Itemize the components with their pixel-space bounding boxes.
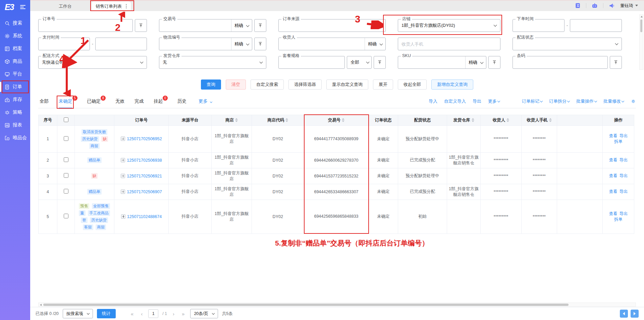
status-tab-unconfirmed[interactable]: 未确定 5 4 [59,98,72,108]
sidebar-item-strategy[interactable]: 策略 [0,106,30,119]
logistics-no-upload-button[interactable] [254,38,266,50]
trade-no-field[interactable]: 交易号 精确 [159,19,252,32]
more-link[interactable]: 更多 [488,98,500,104]
tab-workbench[interactable]: 工作台 [48,1,83,11]
status-tab-suspended[interactable]: 挂起 0 [154,98,163,108]
package-spec-match-select[interactable]: 全部 [347,56,372,69]
sidebar-item-platform[interactable]: 平台 [0,68,30,81]
sidebar-item-product[interactable]: 商品 [0,55,30,68]
col-trade-no[interactable]: 交易号 [304,115,369,125]
sidebar-item-archive[interactable]: 档案 [0,42,30,55]
sku-field[interactable]: SKU 精确 [398,56,486,69]
show-custom-query-button[interactable]: 显示自定义查询 [326,79,368,90]
collapse-all-button[interactable]: 收起全部 [398,79,427,90]
import-link[interactable]: 导入 [429,98,437,104]
sidebar-item-report[interactable]: 报表 [0,119,30,131]
view-link[interactable]: 查看 [609,158,618,162]
clear-button[interactable]: 清空 [226,79,246,90]
query-button[interactable]: 查询 [201,79,221,90]
expand-button[interactable]: 展开 [373,79,393,90]
scroll-left-button[interactable] [620,310,628,318]
barcode-upload-button[interactable] [610,56,622,69]
order-no-link[interactable]: 125071702506938 [127,158,162,163]
expand-row-icon[interactable] [121,158,125,162]
col-shop[interactable]: 商店 [212,115,252,125]
sku-upload-button[interactable] [488,56,500,69]
page-number-input[interactable]: 1 [148,309,158,318]
receiver-match-select[interactable]: 精确 [365,38,385,50]
logistics-no-match-select[interactable]: 精确 [231,38,252,50]
view-link[interactable]: 查看 [609,173,618,178]
sort-icon[interactable] [472,118,474,122]
sort-icon[interactable] [285,118,288,122]
order-time-from-field[interactable]: 下单时间 [513,19,565,32]
order-time-to-field[interactable] [570,19,622,32]
package-spec-upload-button[interactable] [374,56,386,69]
announcement-icon[interactable] [608,2,615,9]
vertical-scrollbar[interactable] [639,14,643,70]
add-custom-query-button[interactable]: 新增自定义查询 [431,79,473,90]
pay-time-to-field[interactable] [95,38,147,50]
order-mark-link[interactable]: 订单标记 [522,98,542,104]
last-page-button[interactable]: » [180,311,186,317]
row-checkbox[interactable] [64,214,68,218]
sidebar-item-inventory[interactable]: 库存 [0,93,30,106]
package-spec-field[interactable]: 套餐规格 [278,56,345,69]
export-link[interactable]: 导出 [620,158,628,162]
order-no-link[interactable]: 125071702506921 [127,174,162,178]
export-link[interactable]: 导出 [473,98,481,104]
sidebar-item-search[interactable]: 搜索 [0,17,30,30]
export-link[interactable]: 导出 [620,189,628,194]
robot-assistant-icon[interactable] [591,2,598,9]
sidebar-item-system[interactable]: 系统 [0,30,30,42]
collapse-menu-icon[interactable] [20,5,25,9]
order-split-link[interactable]: 订单拆分 [549,98,570,104]
view-link[interactable]: 查看 [609,134,618,138]
status-tab-history[interactable]: 历史 [177,98,186,108]
order-no-link[interactable]: 125071102488674 [127,214,162,219]
status-tab-all[interactable]: 全部 [40,98,49,108]
receiver-phone-input[interactable] [398,38,500,50]
expand-row-icon[interactable] [121,190,125,194]
split-link[interactable]: 拆单 [614,139,623,144]
split-link[interactable]: 拆单 [614,217,623,222]
custom-import-link[interactable]: 自定义导入 [444,98,466,104]
notes-icon[interactable] [574,2,581,9]
expand-row-icon[interactable] [121,214,125,219]
receiver-field[interactable]: 收货人 精确 [278,38,386,50]
scroll-right-button[interactable] [631,310,639,318]
order-no-upload-button[interactable] [135,19,147,32]
status-tab-more[interactable]: 更多 [199,98,212,108]
sort-icon[interactable] [549,118,552,122]
barcode-field[interactable]: 条码 [513,56,608,69]
status-tab-invalid[interactable]: 无效 [115,98,124,108]
row-checkbox[interactable] [64,173,68,178]
user-menu[interactable]: 董钰琦 [620,3,638,9]
horizontal-scrollbar[interactable] [38,303,636,307]
sort-icon[interactable] [506,118,509,122]
trade-no-upload-button[interactable] [254,19,266,32]
statistics-button[interactable]: 统计 [97,309,116,318]
sort-icon[interactable] [342,118,344,122]
row-checkbox[interactable] [64,136,68,141]
view-link[interactable]: 查看 [609,189,618,194]
col-phone[interactable]: 收货人手机 [522,115,557,125]
order-no-link[interactable]: 125071702506907 [127,190,162,194]
page-size-select[interactable]: 20条/页 [190,309,218,318]
tab-menu-dots-icon[interactable] [126,4,127,8]
export-link[interactable]: 导出 [620,173,628,178]
logistics-no-field[interactable]: 物流编号 精确 [159,38,252,50]
delivery-method-select[interactable]: 配送方式 无快递公司 [38,56,147,69]
batch-edit-link[interactable]: 批量修改 [603,98,624,104]
column-settings-gear-icon[interactable] [631,99,636,104]
row-checkbox[interactable] [64,189,68,194]
col-shop-code[interactable]: 商店代码 [252,115,304,125]
sort-icon[interactable] [235,118,238,122]
view-link[interactable]: 查看 [609,211,618,216]
col-warehouse[interactable]: 发货仓库 [447,115,481,125]
row-checkbox[interactable] [64,157,68,162]
prev-page-button[interactable]: ‹ [139,311,144,317]
trade-no-match-select[interactable]: 精确 [231,19,252,32]
first-page-button[interactable]: « [129,311,135,317]
batch-operation-link[interactable]: 批量操作 [576,98,597,104]
